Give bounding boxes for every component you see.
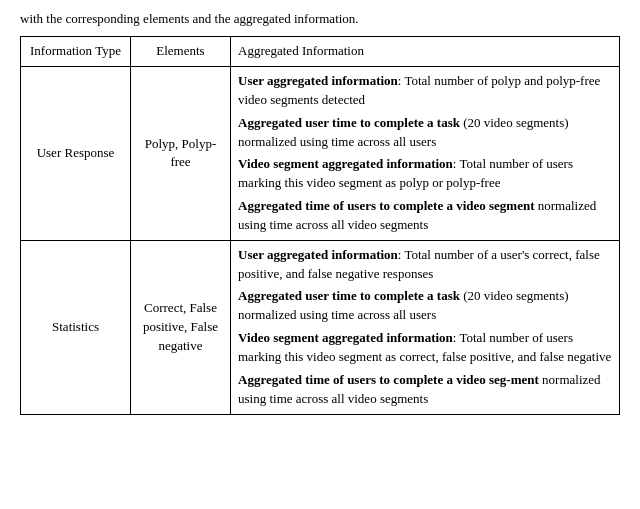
agg-para-0-1: Aggregated user time to complete a task … <box>238 114 612 152</box>
cell-info-type-1: Statistics <box>21 240 131 414</box>
agg-bold-1-3: Aggregated time of users to complete a v… <box>238 372 539 387</box>
agg-para-0-3: Aggregated time of users to complete a v… <box>238 197 612 235</box>
cell-aggregated-1: User aggregated information: Total numbe… <box>231 240 620 414</box>
agg-bold-0-0: User aggregated information <box>238 73 398 88</box>
cell-info-type-0: User Response <box>21 67 131 241</box>
intro-text: with the corresponding elements and the … <box>20 10 620 28</box>
agg-para-1-1: Aggregated user time to complete a task … <box>238 287 612 325</box>
agg-para-1-0: User aggregated information: Total numbe… <box>238 246 612 284</box>
agg-bold-0-3: Aggregated time of users to complete a v… <box>238 198 535 213</box>
header-aggregated: Aggregated Information <box>231 37 620 67</box>
agg-bold-1-0: User aggregated information <box>238 247 398 262</box>
table-row: StatisticsCorrect, False positive, False… <box>21 240 620 414</box>
cell-elements-1: Correct, False positive, False negative <box>131 240 231 414</box>
agg-bold-0-2: Video segment aggregated information <box>238 156 453 171</box>
table-row: User ResponsePolyp, Polyp-freeUser aggre… <box>21 67 620 241</box>
agg-para-1-2: Video segment aggregated information: To… <box>238 329 612 367</box>
cell-elements-0: Polyp, Polyp-free <box>131 67 231 241</box>
agg-bold-1-2: Video segment aggregated information <box>238 330 453 345</box>
agg-bold-0-1: Aggregated user time to complete a task <box>238 115 460 130</box>
information-table: Information Type Elements Aggregated Inf… <box>20 36 620 414</box>
header-elements: Elements <box>131 37 231 67</box>
header-info-type: Information Type <box>21 37 131 67</box>
agg-bold-1-1: Aggregated user time to complete a task <box>238 288 460 303</box>
agg-para-1-3: Aggregated time of users to complete a v… <box>238 371 612 409</box>
agg-para-0-0: User aggregated information: Total numbe… <box>238 72 612 110</box>
cell-aggregated-0: User aggregated information: Total numbe… <box>231 67 620 241</box>
agg-para-0-2: Video segment aggregated information: To… <box>238 155 612 193</box>
